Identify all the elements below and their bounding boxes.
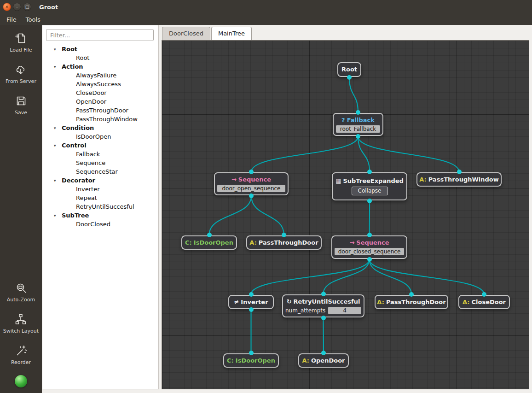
palette-item-opendoor[interactable]: OpenDoor [42,97,158,106]
load-file-button[interactable]: Load File [10,31,32,53]
tab-bar: DoorClosedMainTree [162,27,253,40]
palette-category-action[interactable]: ▾Action [42,62,158,71]
node-title: →Sequence [349,239,389,246]
node-title: A:PassThroughWindow [419,176,499,183]
node-label: IsDoorOpen [194,239,233,246]
port-bottom-inverter[interactable] [249,307,254,312]
palette-item-repeat[interactable]: Repeat [42,194,158,202]
port-bottom-retry[interactable] [321,316,326,320]
edge-subtree-seq_closed[interactable] [370,201,370,235]
port-top-isopen2[interactable] [249,351,254,355]
palette-item-fallback[interactable]: Fallback [42,150,158,158]
port-top-fallback[interactable] [356,110,360,115]
fallback-icon: ? [341,117,345,124]
node-retry[interactable]: ↻RetryUntilSuccesfulnum_attempts4 [282,294,364,317]
palette-item-alwayssuccess[interactable]: AlwaysSuccess [42,80,158,88]
port-top-seq_open[interactable] [249,170,254,174]
maximize-button[interactable]: □ [23,3,31,11]
node-isopen1[interactable]: C:IsDoorOpen [181,235,237,250]
palette-category-label: Condition [62,124,94,131]
close-button[interactable]: ✕ [3,3,11,11]
edge-seq_closed-retry[interactable] [324,259,370,294]
node-subtree[interactable]: ▦SubTreeExpandedCollapse [332,172,407,200]
palette-category-root[interactable]: ▾Root [42,45,158,53]
node-closedoor[interactable]: A:CloseDoor [458,295,510,309]
edge-fallback-seq_open[interactable] [251,136,358,172]
port-bottom-fallback[interactable] [356,134,360,139]
palette-item-alwaysfailure[interactable]: AlwaysFailure [42,71,158,80]
collapse-button[interactable]: Collapse [352,187,388,195]
save-button[interactable]: Save [15,94,28,116]
auto-zoom-icon [15,281,28,295]
port-top-inverter[interactable] [249,292,254,297]
edge-root-fallback[interactable] [349,77,358,112]
minimize-button[interactable]: – [13,3,21,11]
palette-item-root[interactable]: Root [42,53,158,62]
port-top-subtree[interactable] [367,170,372,174]
file-load-icon [14,31,27,45]
palette-category-subtree[interactable]: ▾SubTree [42,211,158,220]
palette-item-sequence[interactable]: Sequence [42,158,158,167]
edge-seq_closed-ptd2[interactable] [370,259,412,294]
palette-item-passthroughwindow[interactable]: PassThroughWindow [42,115,158,123]
node-fallback[interactable]: ?Fallbackroot_Fallback [333,113,383,136]
palette-item-sequencestar[interactable]: SequenceStar [42,167,158,176]
tab-maintree[interactable]: MainTree [211,27,252,40]
node-label: Fallback [347,117,375,124]
edge-seq_closed-closedoor[interactable] [370,259,485,294]
port-top-retry[interactable] [321,292,326,296]
toolbar-bottom-group: Auto-ZoomSwitch LayoutReorder [0,281,42,375]
tab-doorclosed[interactable]: DoorClosed [162,27,210,40]
node-label: PassThroughDoor [259,239,318,246]
palette-item-doorclosed[interactable]: DoorClosed [42,220,158,229]
menu-tools[interactable]: Tools [21,15,45,24]
palette-category-control[interactable]: ▾Control [42,141,158,150]
node-ptd1[interactable]: A:PassThroughDoor [246,235,322,250]
node-opendoor[interactable]: A:OpenDoor [298,353,349,368]
inverter-icon: ≠ [234,299,239,306]
node-ptw[interactable]: A:PassThroughWindow [416,172,502,187]
toolbar-top-group: Load FileFrom ServerSave [0,31,42,125]
port-top-opendoor[interactable] [321,351,326,355]
node-isopen2[interactable]: C:IsDoorOpen [223,353,279,368]
palette-item-closedoor[interactable]: CloseDoor [42,88,158,97]
edge-fallback-subtree[interactable] [358,136,370,172]
edge-seq_open-isopen1[interactable] [209,196,252,235]
port-bottom-root[interactable] [347,75,352,80]
port-bottom-seq_open[interactable] [249,194,254,198]
port-bottom-seq_closed[interactable] [367,257,372,262]
chevron-down-icon: ▾ [54,143,62,148]
palette-item-passthroughdoor[interactable]: PassThroughDoor [42,106,158,115]
floppy-save-icon [15,94,28,108]
node-seq_open[interactable]: →Sequencedoor_open_sequence [214,172,289,195]
edge-seq_closed-inverter[interactable] [251,259,370,294]
port-top-closedoor[interactable] [482,292,486,297]
reorder-button[interactable]: Reorder [11,344,31,365]
palette-item-isdooropen[interactable]: IsDoorOpen [42,132,158,141]
port-top-isopen1[interactable] [207,233,212,237]
edges-layer [162,41,529,389]
edge-fallback-ptw[interactable] [358,136,459,172]
palette-item-inverter[interactable]: Inverter [42,185,158,194]
filter-input[interactable] [46,29,154,41]
port-top-ptd2[interactable] [409,292,414,297]
palette-category-condition[interactable]: ▾Condition [42,123,158,132]
edge-seq_open-ptd1[interactable] [251,196,284,235]
auto-zoom-button[interactable]: Auto-Zoom [7,281,35,303]
menu-file[interactable]: File [2,15,21,24]
port-top-ptw[interactable] [457,170,462,174]
port-bottom-subtree[interactable] [367,199,372,203]
port-top-ptd1[interactable] [282,233,286,237]
palette-item-retryuntilsuccesful[interactable]: RetryUntilSuccesful [42,202,158,211]
editor-area: DoorClosedMainTree Root?Fallbackroot_Fal… [159,25,532,393]
behavior-tree-canvas[interactable]: Root?Fallbackroot_Fallback→Sequencedoor_… [162,40,529,389]
edge-retry-opendoor[interactable] [324,318,324,353]
palette-category-decorator[interactable]: ▾Decorator [42,176,158,185]
from-server-button[interactable]: From Server [6,63,36,84]
switch-layout-button[interactable]: Switch Layout [3,312,39,334]
node-ptd2[interactable]: A:PassThroughDoor [375,295,448,309]
node-title: ↻RetryUntilSuccesful [287,298,360,305]
node-seq_closed[interactable]: →Sequencedoor_closed_sequence [331,235,407,259]
port-top-seq_closed[interactable] [367,233,372,237]
chevron-down-icon: ▾ [54,213,62,218]
